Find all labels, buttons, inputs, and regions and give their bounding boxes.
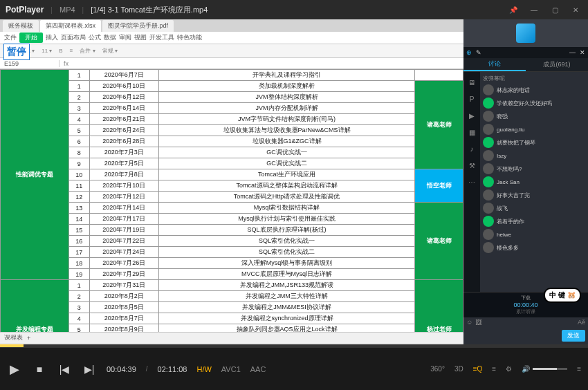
- maximize-icon[interactable]: ▢: [548, 3, 562, 17]
- merge-icon[interactable]: 合并 ▾: [80, 47, 95, 55]
- emoji-icon[interactable]: ☺: [466, 319, 472, 326]
- table-row[interactable]: 172020年7月24日SQL索引优化实战二: [1, 247, 463, 258]
- toolbox-icon[interactable]: ⚒: [467, 160, 477, 170]
- avatar: [483, 150, 494, 161]
- prev-button[interactable]: |◀: [57, 362, 72, 377]
- table-row[interactable]: 42020年8月7日并发编程之synchronized原理详解: [1, 313, 463, 324]
- format-icon[interactable]: 常规 ▾: [102, 47, 118, 55]
- table-row[interactable]: 并发编程专题12020年7月31日并发编程之JMM,JSR133规范解读杨过老师: [1, 280, 463, 291]
- send-button[interactable]: 发送: [562, 330, 585, 342]
- table-row[interactable]: 性能调优专题12020年6月7日开学典礼及课程学习指引: [1, 70, 463, 81]
- chat-message: 好事大吉了完: [483, 189, 585, 201]
- tab-discuss[interactable]: 讨论: [463, 58, 526, 71]
- ribbon-item[interactable]: 特色功能: [177, 33, 202, 42]
- next-button[interactable]: ▶|: [82, 362, 97, 377]
- table-row[interactable]: 102020年7月8日Tomcat生产环境应用悟空老师: [1, 169, 463, 180]
- fx-icon[interactable]: fx: [59, 60, 73, 67]
- 3d-button[interactable]: 3D: [454, 365, 463, 373]
- ribbon-item[interactable]: 审阅: [119, 33, 131, 42]
- music-icon[interactable]: ♪: [467, 144, 477, 154]
- doc-tab[interactable]: 图灵学院学员手册.pdf: [102, 20, 174, 32]
- table-row[interactable]: 192020年7月29日MVCC底层原理与Mysql日志详解: [1, 269, 463, 280]
- progress-bar[interactable]: [0, 344, 588, 347]
- toolbar-icon[interactable]: ✎: [476, 49, 481, 56]
- 360-button[interactable]: 360°: [430, 365, 445, 373]
- table-row[interactable]: 92020年7月5日GC调优实战二: [1, 158, 463, 169]
- table-row[interactable]: 82020年7月3日GC调优实战一: [1, 147, 463, 158]
- table-row[interactable]: 62020年6月28日垃圾收集器G1&ZGC详解: [1, 136, 463, 147]
- table-row[interactable]: 42020年6月21日JVM字节码文件结构深度剖析(司马): [1, 114, 463, 125]
- chat-text: 着着手的作: [497, 218, 524, 225]
- align-icon[interactable]: ≡: [70, 48, 73, 54]
- volume-slider[interactable]: [533, 368, 567, 370]
- sheet-tab[interactable]: 课程表: [4, 333, 23, 342]
- table-row[interactable]: 32020年8月5日并发编程之JMM&MESI协议详解: [1, 302, 463, 313]
- ribbon-item[interactable]: 开发工具: [149, 33, 174, 42]
- share-icon[interactable]: ⊕: [466, 49, 472, 56]
- ribbon-item[interactable]: 视图: [134, 33, 147, 42]
- format-label: MP4: [59, 6, 75, 14]
- video-content[interactable]: 暂停 账务模板 第四期课程表.xlsx 图灵学院学员手册.pdf 文件 开始 插…: [0, 19, 463, 344]
- table-row[interactable]: 182020年7月26日深入理解Mysql锁与事务隔离级别: [1, 258, 463, 269]
- ribbon-start[interactable]: 开始: [19, 32, 43, 43]
- table-row[interactable]: 162020年7月22日SQL索引优化实战一: [1, 236, 463, 247]
- titlebar: PotPlayer | MP4 | [1/4] 3-1 Tomcat生产环境应用…: [0, 0, 588, 19]
- menu-icon[interactable]: ≡: [577, 365, 581, 373]
- playlist-icon[interactable]: ≡: [492, 365, 496, 373]
- size-select[interactable]: 11 ▾: [42, 48, 52, 54]
- close-panel-icon[interactable]: ✕: [580, 49, 585, 56]
- subtitle-icon[interactable]: ≡Q: [473, 365, 483, 373]
- avatar: [483, 137, 494, 148]
- chat-text: 好事大吉了完: [497, 192, 530, 199]
- table-row[interactable]: 22020年8月2日并发编程之JMM三大特性详解: [1, 291, 463, 302]
- table-row[interactable]: 52020年6月24日垃圾收集算法与垃圾收集器ParNew&CMS详解: [1, 125, 463, 136]
- close-icon[interactable]: ✕: [569, 3, 582, 17]
- table-row[interactable]: 152020年7月19日SQL底层执行原理详解(杨过): [1, 225, 463, 236]
- sort-icon[interactable]: Aě: [578, 319, 585, 326]
- ribbon-item[interactable]: 公式: [89, 33, 101, 42]
- cell-ref[interactable]: E159: [4, 60, 59, 67]
- avatar: [483, 216, 494, 227]
- ribbon-item[interactable]: 页面布局: [61, 33, 86, 42]
- ribbon-item[interactable]: 插入: [46, 33, 58, 42]
- table-row[interactable]: 132020年7月14日Mysql索引数据结构详解诸葛老师: [1, 203, 463, 214]
- add-sheet-icon[interactable]: +: [27, 335, 30, 342]
- table-row[interactable]: 142020年7月17日Mysql执行计划与索引使用最佳实践: [1, 214, 463, 225]
- teacher-cell: 诸葛老师: [415, 81, 463, 169]
- progress-fill: [0, 344, 24, 347]
- bold-icon[interactable]: B: [59, 48, 62, 54]
- pin-icon[interactable]: 📌: [506, 3, 520, 17]
- category-cell: 并发编程专题: [1, 280, 69, 333]
- volume-icon[interactable]: 🔊: [522, 365, 530, 373]
- doc-tab[interactable]: 账务模板: [3, 20, 39, 32]
- table-row[interactable]: 52020年8月9日抽象队列同步器AQS应用之Lock详解: [1, 324, 463, 333]
- tab-members[interactable]: 成员(691): [526, 58, 588, 71]
- wps-toolbar: 📋 宋体 ▾ 11 ▾ B ≡ 合并 ▾ 常规 ▾: [0, 44, 463, 58]
- minimize-icon[interactable]: —: [527, 3, 541, 17]
- ppt-icon[interactable]: P: [467, 94, 477, 104]
- ribbon-item[interactable]: 数据: [104, 33, 116, 42]
- play-button[interactable]: ▶: [7, 362, 22, 377]
- table-row[interactable]: 12020年6月10日类加载机制深度解析诸葛老师: [1, 81, 463, 92]
- chat-message: 林志家的电话: [483, 84, 585, 95]
- ribbon-file[interactable]: 文件: [4, 33, 17, 42]
- chat-tabs: 讨论 成员(691): [463, 58, 588, 72]
- table-row[interactable]: 22020年6月12日JVM整体结构深度解析: [1, 92, 463, 103]
- image-icon[interactable]: 🖼: [475, 319, 481, 326]
- screen-icon[interactable]: 🖥: [467, 77, 477, 87]
- table-row[interactable]: 122020年7月12日Tomcat源码之Http请求处理及性能调优: [1, 192, 463, 203]
- doc-tab[interactable]: 第四期课程表.xlsx: [40, 20, 101, 32]
- video-icon[interactable]: ▶: [467, 111, 477, 120]
- more-icon[interactable]: ⋯: [467, 177, 477, 187]
- player-controls: ▶ ■ |◀ ▶| 00:04:39 / 02:11:08 H/W AVC1 A…: [0, 347, 588, 390]
- settings-icon[interactable]: ⚙: [506, 365, 512, 373]
- min-icon[interactable]: —: [569, 49, 576, 56]
- wps-doc-tabs: 账务模板 第四期课程表.xlsx 图灵学院学员手册.pdf: [0, 19, 463, 32]
- board-icon[interactable]: ▦: [467, 127, 477, 137]
- hw-label[interactable]: H/W: [196, 365, 211, 373]
- stop-button[interactable]: ■: [32, 362, 47, 377]
- table-row[interactable]: 32020年6月14日JVM内存分配机制详解: [1, 103, 463, 114]
- table-row[interactable]: 112020年7月10日Tomcat源码之整体架构启动流程详解: [1, 180, 463, 192]
- volume-control[interactable]: 🔊: [522, 365, 567, 373]
- spreadsheet[interactable]: 性能调优专题12020年6月7日开学典礼及课程学习指引12020年6月10日类加…: [0, 69, 463, 332]
